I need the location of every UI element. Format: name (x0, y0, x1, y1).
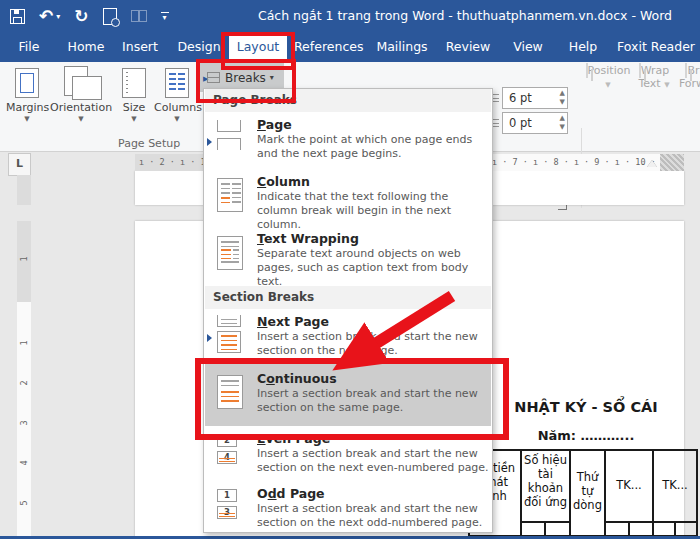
menu-item-description: Insert a section break and start the new… (257, 387, 489, 415)
menu-item-label: Next Page (257, 314, 329, 329)
position-label: Position (588, 64, 631, 77)
menu-item-odd-page[interactable]: 1 3 Odd Page Insert a section break and … (205, 484, 491, 534)
ruler-right-margin (660, 154, 684, 171)
table-header-cell: TK... (606, 478, 652, 492)
chevron-down-icon: ▼ (6, 115, 48, 123)
menu-item-next-page[interactable]: Next Page Insert a section break and sta… (205, 309, 491, 364)
tab-design[interactable]: Design (172, 32, 226, 62)
tab-insert[interactable]: Insert (116, 32, 164, 62)
right-indent-marker[interactable] (647, 160, 657, 167)
size-button[interactable]: Size ▼ (114, 64, 154, 123)
position-icon (586, 63, 588, 78)
spacing-after-field[interactable]: 0 pt ▲▼ (502, 112, 568, 134)
menu-item-page[interactable]: Page Mark the point at which one page en… (205, 112, 491, 169)
tab-references[interactable]: References (294, 32, 360, 62)
breaks-icon: ▶ (205, 71, 220, 84)
column-break-icon (217, 178, 249, 212)
tab-mailings[interactable]: Mailings (372, 32, 432, 62)
menu-item-label: Odd Page (257, 486, 325, 501)
tab-help[interactable]: Help (564, 32, 602, 62)
vertical-ruler-page1 (17, 175, 31, 205)
menu-item-description: Insert a section break and start the new… (257, 330, 489, 358)
ruler-number: 3 (19, 416, 29, 430)
menu-section-page-breaks: Page Breaks (205, 89, 491, 112)
table-border (628, 521, 630, 537)
columns-button[interactable]: Columns ▼ (154, 64, 200, 123)
spacing-before-field[interactable]: 6 pt ▲▼ (502, 87, 568, 109)
tab-foxit-reader-pdf[interactable]: Foxit Reader PDF (612, 32, 700, 62)
text-wrapping-icon (217, 236, 249, 270)
tab-view[interactable]: View (508, 32, 548, 62)
ruler-number: 2 (19, 376, 29, 390)
menu-item-label: Page (257, 117, 292, 132)
menu-item-text-wrapping[interactable]: Text Wrapping Separate text around objec… (205, 226, 491, 286)
spacing-after-icon (492, 119, 499, 127)
menu-item-label: Continuous (257, 371, 337, 386)
side-by-side-icon (131, 10, 147, 22)
menu-item-even-page[interactable]: 2 4 Even Page Insert a section break and… (205, 426, 491, 484)
ribbon-tab-row: File Home Insert Design Layout Reference… (0, 32, 700, 62)
menu-item-continuous[interactable]: Continuous Insert a section break and st… (205, 364, 491, 426)
breaks-label: Breaks (225, 71, 266, 85)
chevron-down-icon: ▼ (154, 115, 200, 123)
quick-access-toolbar: ↶▾ ↻ ▾ (10, 0, 169, 32)
undo-icon[interactable]: ↶▾ (39, 8, 60, 25)
save-icon[interactable] (10, 9, 25, 24)
menu-section-section-breaks: Section Breaks (205, 286, 491, 309)
orientation-button[interactable]: Orientation ▼ (50, 64, 112, 123)
wrap-text-button: Wrap Text ▼ (634, 64, 674, 90)
table-border (652, 449, 654, 537)
menu-item-description: Separate text around objects on web page… (257, 247, 489, 289)
columns-icon (165, 68, 189, 98)
table-border (468, 449, 697, 451)
tab-home[interactable]: Home (62, 32, 110, 62)
bring-forward-button: Bring Forward (676, 64, 700, 90)
document-year-line: Năm: ………... (497, 428, 675, 443)
word-window: ↶▾ ↻ ▾ Cách ngắt 1 trang trong Word - th… (0, 0, 700, 539)
chevron-down-icon: ▾ (270, 73, 274, 82)
margins-label: Margins (6, 101, 49, 114)
menu-item-description: Insert a section break and start the new… (257, 502, 489, 530)
size-label: Size (123, 101, 146, 114)
tab-review[interactable]: Review (442, 32, 494, 62)
margins-button[interactable]: Margins ▼ (6, 64, 48, 123)
orientation-label: Orientation (50, 101, 112, 114)
wrap-text-icon (639, 63, 641, 78)
menu-item-column[interactable]: Column Indicate that the text following … (205, 169, 491, 226)
window-title: Cách ngắt 1 trang trong Word - thuthuatp… (240, 0, 690, 32)
customize-qat-icon[interactable]: ▾ (161, 12, 169, 21)
table-header-cell: Thứ tự dòng (571, 470, 604, 512)
chevron-down-icon: ▼ (50, 115, 112, 123)
print-preview-icon[interactable] (103, 8, 117, 25)
table-border (604, 521, 698, 523)
tab-stop-selector[interactable]: L (8, 153, 31, 176)
continuous-break-icon (217, 375, 249, 409)
ruler-number: 1 (19, 252, 29, 266)
margins-icon (15, 68, 39, 98)
table-header-cell: Số hiệu tài khoản đối ứng (522, 453, 569, 509)
ruler-number: 5 (19, 496, 29, 510)
table-header-cell: TK... (654, 478, 696, 492)
odd-page-break-icon: 1 3 (217, 489, 249, 519)
tab-file[interactable]: File (10, 32, 48, 62)
tab-layout[interactable]: Layout (229, 33, 287, 62)
page-break-icon (217, 120, 249, 150)
spinner-arrows-icon[interactable]: ▲▼ (560, 114, 565, 132)
spacing-after-value: 0 pt (509, 116, 532, 130)
document-heading: NHẬT KÝ - SỔ CÁI (497, 399, 675, 415)
size-icon (122, 68, 146, 98)
table-border (544, 521, 546, 537)
menu-item-label: Text Wrapping (257, 231, 359, 246)
break-marker-icon (207, 334, 212, 342)
chevron-down-icon: ▼ (114, 115, 154, 123)
menu-item-label: Even Page (257, 431, 330, 446)
breaks-dropdown-menu: Page Breaks Page Mark the point at which… (203, 88, 493, 533)
vertical-ruler[interactable]: 1 2 3 4 5 (17, 302, 31, 537)
redo-icon[interactable]: ↻ (74, 8, 88, 25)
table-border (696, 449, 698, 537)
page-setup-group-label: Page Setup (118, 137, 180, 150)
spacing-before-icon (492, 94, 499, 102)
spinner-arrows-icon[interactable]: ▲▼ (560, 89, 565, 107)
ruler-number: 4 (19, 456, 29, 470)
bring-forward-label: Bring (687, 64, 700, 77)
